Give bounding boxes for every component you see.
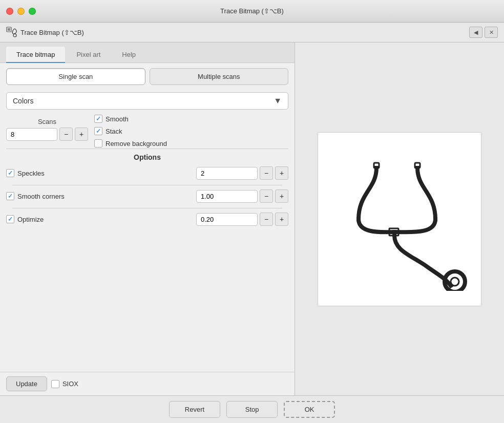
smooth-corners-row: Smooth corners − + [6, 189, 288, 203]
nav-back-button[interactable]: ◀ [469, 27, 482, 38]
speckles-row: Speckles − + [6, 166, 288, 180]
scan-type-row: Single scan Multiple scans [0, 63, 295, 90]
window-title: Trace Bitmap (⇧⌥B) [220, 7, 284, 15]
smooth-checkbox[interactable] [94, 115, 102, 123]
nav-close-button[interactable]: ✕ [485, 27, 498, 38]
window-content: Trace Bitmap (⇧⌥B) ◀ ✕ Trace bitmap Pixe… [0, 23, 504, 423]
footer-buttons: Revert Stop OK [0, 395, 504, 423]
speckles-input[interactable] [196, 167, 258, 180]
siox-label: SIOX [62, 380, 78, 388]
stethoscope-preview [328, 147, 471, 291]
smooth-corners-minus-button[interactable]: − [260, 189, 273, 203]
header-title-text: Trace Bitmap (⇧⌥B) [20, 29, 84, 36]
ok-button[interactable]: OK [284, 401, 335, 418]
checkboxes-column: Smooth Stack Remove background [94, 115, 167, 147]
stack-checkbox-row: Stack [94, 127, 167, 135]
divider3 [12, 208, 282, 208]
speckles-label-group: Speckles [6, 169, 83, 177]
optimize-minus-button[interactable]: − [260, 213, 273, 226]
svg-rect-1 [8, 28, 10, 31]
svg-point-7 [451, 278, 459, 286]
siox-row: SIOX [51, 380, 78, 388]
smooth-label: Smooth [106, 115, 129, 123]
right-panel [295, 43, 504, 395]
title-bar: Trace Bitmap (⇧⌥B) [0, 0, 504, 23]
speckles-checkbox[interactable] [6, 169, 14, 177]
preview-canvas [318, 132, 481, 306]
left-panel: Trace bitmap Pixel art Help Single scan … [0, 43, 295, 395]
smooth-corners-input[interactable] [196, 190, 258, 203]
speckles-minus-button[interactable]: − [260, 166, 273, 180]
stop-button[interactable]: Stop [226, 401, 278, 418]
speckles-input-group: − + [196, 166, 288, 180]
tab-bar: Trace bitmap Pixel art Help [0, 43, 295, 63]
colors-label: Colors [13, 97, 33, 105]
scans-wrapper: Scans − + Smooth Stack [0, 112, 295, 149]
optimize-checkbox[interactable] [6, 215, 14, 223]
header-title-area: Trace Bitmap (⇧⌥B) [6, 27, 84, 38]
scans-minus-button[interactable]: − [59, 128, 73, 141]
tab-trace-bitmap[interactable]: Trace bitmap [6, 47, 65, 62]
optimize-label: Optimize [17, 216, 44, 223]
maximize-button[interactable] [29, 8, 36, 15]
single-scan-button[interactable]: Single scan [6, 68, 145, 85]
smooth-corners-plus-button[interactable]: + [275, 189, 288, 203]
smooth-corners-label: Smooth corners [17, 193, 65, 200]
divider2 [12, 185, 282, 185]
stack-label: Stack [106, 128, 122, 135]
scans-label: Scans [6, 115, 88, 125]
scans-control: − + [6, 128, 88, 141]
speckles-label: Speckles [17, 170, 45, 177]
tab-help[interactable]: Help [112, 47, 146, 62]
smooth-corners-label-group: Smooth corners [6, 192, 83, 200]
update-siox-row: Update SIOX [0, 372, 295, 395]
svg-point-2 [13, 34, 16, 37]
dropdown-arrow-icon: ▼ [274, 96, 282, 105]
options-title: Options [6, 153, 288, 161]
smooth-corners-checkbox[interactable] [6, 192, 14, 200]
update-button[interactable]: Update [6, 376, 47, 391]
stack-checkbox[interactable] [94, 127, 102, 135]
remove-background-checkbox[interactable] [94, 139, 102, 147]
minimize-button[interactable] [17, 8, 25, 15]
window-controls [6, 8, 36, 15]
speckles-plus-button[interactable]: + [275, 166, 288, 180]
optimize-input-group: − + [196, 213, 288, 226]
scans-plus-button[interactable]: + [75, 128, 88, 141]
header-nav-buttons: ◀ ✕ [469, 27, 498, 38]
window-header: Trace Bitmap (⇧⌥B) ◀ ✕ [0, 23, 504, 43]
smooth-corners-input-group: − + [196, 189, 288, 203]
colors-dropdown[interactable]: Colors ▼ [6, 92, 288, 110]
tab-pixel-art[interactable]: Pixel art [66, 47, 111, 62]
close-button[interactable] [6, 8, 13, 15]
scans-input[interactable] [6, 128, 57, 141]
revert-button[interactable]: Revert [169, 401, 220, 418]
remove-background-checkbox-row: Remove background [94, 139, 167, 147]
multiple-scans-button[interactable]: Multiple scans [150, 68, 289, 85]
optimize-label-group: Optimize [6, 215, 83, 223]
smooth-checkbox-row: Smooth [94, 115, 167, 123]
trace-bitmap-icon [6, 27, 17, 38]
options-section: Options Speckles − + [0, 149, 295, 235]
siox-checkbox[interactable] [51, 380, 59, 388]
optimize-input[interactable] [196, 213, 258, 226]
optimize-row: Optimize − + [6, 213, 288, 226]
optimize-plus-button[interactable]: + [275, 213, 288, 226]
remove-background-label: Remove background [106, 140, 167, 147]
main-body: Trace bitmap Pixel art Help Single scan … [0, 43, 504, 395]
